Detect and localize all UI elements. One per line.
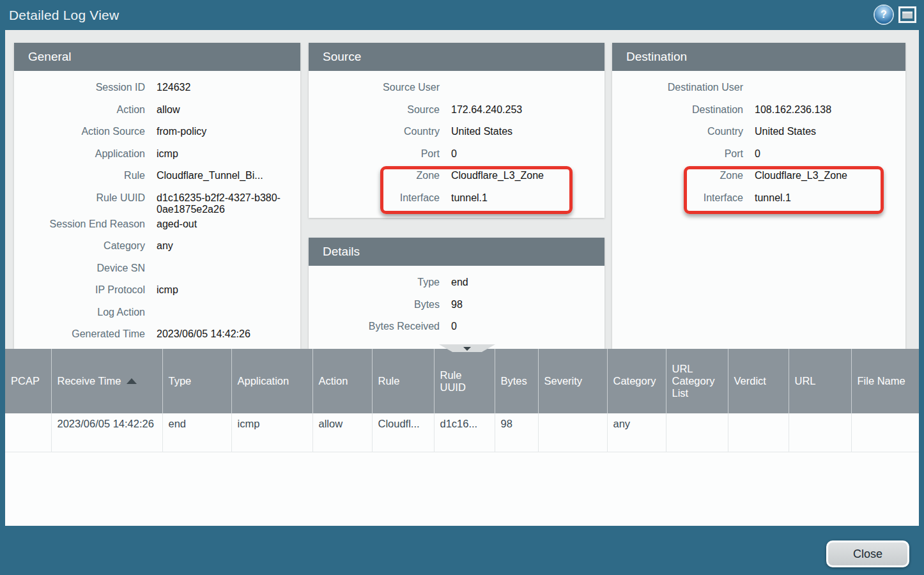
column-header-verdict[interactable]: Verdict: [728, 349, 789, 413]
cell-bytes: 98: [495, 413, 538, 452]
dialog-title: Detailed Log View: [0, 8, 119, 23]
column-header-action[interactable]: Action: [312, 349, 372, 413]
field-label: Country: [309, 126, 440, 137]
close-button[interactable]: Close: [826, 540, 909, 567]
details-panel-body: Type end Bytes 98 Bytes Received 0: [309, 266, 604, 340]
field-value: icmp: [145, 284, 300, 296]
cell-url-category-list: [666, 413, 728, 452]
cell-type: end: [162, 413, 231, 452]
field-row-action-source: Action Source from-policy: [14, 123, 300, 145]
field-label: Action Source: [14, 126, 145, 137]
column-header-label: File Name: [858, 375, 905, 387]
column-header-url[interactable]: URL: [789, 349, 851, 413]
column-header-pcap[interactable]: PCAP: [5, 349, 51, 413]
collapse-arrow-icon: [463, 347, 471, 351]
column-header-file-name[interactable]: File Name: [851, 349, 919, 413]
field-label: Zone: [309, 170, 440, 181]
field-row-source-interface: Interface tunnel.1: [309, 189, 604, 211]
field-row-source: Source 172.64.240.253: [309, 101, 604, 123]
column-header-label: URL: [795, 375, 816, 387]
column-header-rule[interactable]: Rule: [372, 349, 434, 413]
field-label: Interface: [612, 192, 743, 204]
destination-panel-body: Destination User Destination 108.162.236…: [612, 71, 905, 341]
field-row-destination-interface: Interface tunnel.1: [612, 189, 905, 211]
destination-panel-title: Destination: [612, 43, 905, 71]
column-header-label: Verdict: [734, 375, 766, 387]
field-value: 2023/06/05 14:42:26: [145, 328, 300, 340]
column-header-application[interactable]: Application: [231, 349, 312, 413]
dialog-titlebar: Detailed Log View ?: [0, 0, 924, 30]
field-label: Type: [309, 277, 440, 288]
column-header-category[interactable]: Category: [607, 349, 666, 413]
column-header-rule-uuid[interactable]: Rule UUID: [434, 349, 495, 413]
field-row-bytes-received: Bytes Received 0: [309, 318, 604, 340]
cell-file-name: [851, 413, 919, 452]
field-value: 0: [440, 148, 604, 160]
field-row-type: Type end: [309, 273, 604, 296]
field-value: icmp: [145, 148, 300, 160]
log-table-row[interactable]: 2023/06/05 14:42:26 end icmp allow Cloud…: [5, 413, 919, 452]
field-value: d1c16235-b2f2-4327-b380-0ae1875e2a26: [145, 192, 300, 215]
column-header-severity[interactable]: Severity: [538, 349, 607, 413]
column-header-label: Type: [169, 375, 192, 387]
field-label: Session ID: [14, 82, 145, 93]
cell-severity: [538, 413, 607, 452]
log-detail-content: General Session ID 124632 Action allow A…: [5, 30, 919, 349]
field-row-device-sn: Device SN: [14, 259, 300, 282]
field-label: Rule: [14, 170, 145, 181]
cell-action: allow: [312, 413, 372, 452]
field-value: tunnel.1: [743, 192, 905, 204]
column-header-label: Application: [238, 375, 289, 387]
field-row-destination-user: Destination User: [612, 79, 905, 101]
cell-rule-uuid: d1c16...: [434, 413, 495, 452]
field-value: United States: [440, 126, 604, 137]
field-label: Destination: [612, 104, 743, 116]
details-panel: Details Type end Bytes 98 Bytes Received…: [309, 238, 604, 349]
maximize-window-icon[interactable]: [898, 6, 916, 23]
field-row-application: Application icmp: [14, 145, 300, 167]
field-row-source-user: Source User: [309, 79, 604, 101]
field-row-action: Action allow: [14, 101, 300, 123]
field-row-destination-country: Country United States: [612, 123, 905, 145]
field-row-destination: Destination 108.162.236.138: [612, 101, 905, 123]
help-icon[interactable]: ?: [875, 6, 893, 24]
field-label: Category: [14, 240, 145, 252]
field-row-destination-zone: Zone Cloudflare_L3_Zone: [612, 167, 905, 189]
column-header-label: Action: [319, 375, 348, 387]
field-label: Application: [14, 148, 145, 160]
field-label: Session End Reason: [14, 218, 145, 230]
field-row-session-end-reason: Session End Reason aged-out: [14, 215, 300, 238]
dialog-footer: Close: [0, 526, 924, 575]
sort-ascending-icon: [127, 378, 137, 384]
field-value: 108.162.236.138: [743, 104, 905, 116]
field-row-ip-protocol: IP Protocol icmp: [14, 281, 300, 303]
column-header-type[interactable]: Type: [162, 349, 231, 413]
field-label: Port: [612, 148, 743, 160]
column-header-label: Rule: [378, 375, 400, 387]
field-row-log-action: Log Action: [14, 303, 300, 326]
column-header-label: PCAP: [11, 375, 40, 387]
field-label: Zone: [612, 170, 743, 181]
field-value: 0: [743, 148, 905, 160]
details-panel-title: Details: [309, 238, 604, 266]
titlebar-icons: ?: [875, 6, 916, 24]
field-value: from-policy: [145, 126, 300, 137]
field-row-category: Category any: [14, 237, 300, 259]
field-row-session-id: Session ID 124632: [14, 79, 300, 101]
cell-url: [789, 413, 851, 452]
field-value: Cloudflare_L3_Zone: [440, 170, 604, 181]
cell-application: icmp: [231, 413, 312, 452]
field-value: Cloudflare_L3_Zone: [743, 170, 905, 181]
field-row-source-country: Country United States: [309, 123, 604, 145]
source-panel-body: Source User Source 172.64.240.253 Countr…: [309, 71, 604, 211]
field-label: Source User: [309, 82, 440, 93]
source-panel-title: Source: [309, 43, 604, 71]
column-header-receive-time[interactable]: Receive Time: [51, 349, 162, 413]
field-value: aged-out: [145, 218, 300, 230]
field-label: Country: [612, 126, 743, 137]
column-header-bytes[interactable]: Bytes: [495, 349, 538, 413]
field-value: 124632: [145, 82, 300, 93]
field-value: 172.64.240.253: [440, 104, 604, 116]
column-header-url-category-list[interactable]: URL Category List: [666, 349, 728, 413]
column-header-label: Rule UUID: [440, 369, 466, 393]
